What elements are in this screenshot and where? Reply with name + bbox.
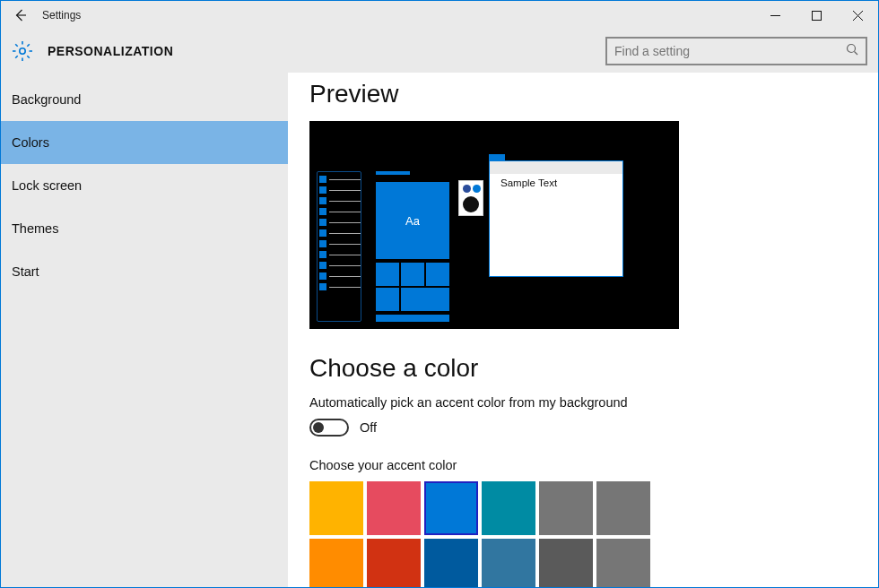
titlebar: Settings	[1, 1, 878, 30]
svg-rect-2	[812, 11, 821, 20]
preview-wallpaper-thumb	[458, 180, 483, 216]
window-controls	[754, 1, 878, 30]
svg-line-11	[27, 56, 30, 58]
preview-sample-window: Sample Text	[489, 160, 623, 277]
gear-icon[interactable]	[12, 40, 33, 62]
search-input[interactable]	[614, 44, 846, 58]
svg-point-14	[848, 45, 856, 53]
preview-tiles: Aa	[376, 171, 449, 322]
header: PERSONALIZATION	[1, 30, 878, 73]
auto-pick-toggle[interactable]	[309, 419, 349, 437]
accent-swatch[interactable]	[424, 481, 478, 535]
close-icon	[853, 11, 863, 21]
sidebar-item-themes[interactable]: Themes	[1, 207, 288, 250]
accent-swatch[interactable]	[539, 481, 593, 535]
accent-swatch[interactable]	[596, 539, 650, 587]
preview-box: Aa Sample Text	[309, 121, 679, 329]
search-icon	[846, 43, 858, 59]
sidebar-item-colors[interactable]: Colors	[1, 121, 288, 164]
auto-pick-label: Automatically pick an accent color from …	[309, 395, 857, 410]
auto-pick-state: Off	[360, 420, 377, 435]
accent-swatch[interactable]	[309, 539, 363, 587]
body: Background Colors Lock screen Themes Sta…	[1, 73, 878, 587]
svg-line-12	[27, 44, 30, 47]
content-pane[interactable]: Preview Aa	[288, 73, 878, 587]
minimize-icon	[770, 11, 780, 21]
arrow-left-icon	[13, 7, 29, 23]
svg-point-5	[20, 48, 25, 54]
accent-color-swatches	[309, 481, 668, 587]
maximize-icon	[812, 11, 822, 21]
page-title: PERSONALIZATION	[48, 44, 173, 58]
sidebar: Background Colors Lock screen Themes Sta…	[1, 73, 288, 587]
sidebar-item-background[interactable]: Background	[1, 78, 288, 121]
accent-swatch[interactable]	[367, 481, 421, 535]
window-title: Settings	[42, 9, 81, 22]
preview-sample-text: Sample Text	[500, 177, 557, 188]
choose-color-heading: Choose a color	[309, 354, 857, 383]
accent-swatch[interactable]	[367, 539, 421, 587]
search-box[interactable]	[605, 37, 867, 65]
accent-swatch[interactable]	[309, 481, 363, 535]
minimize-button[interactable]	[754, 1, 796, 30]
sidebar-item-label: Background	[12, 92, 81, 107]
accent-swatch[interactable]	[482, 481, 535, 535]
settings-window: Settings PERSONALIZATION Background Colo…	[0, 0, 879, 588]
maximize-button[interactable]	[796, 1, 837, 30]
accent-color-label: Choose your accent color	[309, 458, 857, 472]
auto-pick-toggle-row: Off	[309, 419, 857, 437]
sidebar-item-start[interactable]: Start	[1, 250, 288, 293]
preview-heading: Preview	[309, 80, 857, 108]
svg-line-13	[15, 56, 18, 58]
accent-swatch[interactable]	[539, 539, 593, 587]
sidebar-item-label: Themes	[12, 221, 58, 236]
preview-tile-text: Aa	[376, 182, 449, 259]
accent-swatch[interactable]	[482, 539, 535, 587]
svg-line-10	[15, 44, 18, 47]
sidebar-item-label: Start	[12, 264, 39, 279]
close-button[interactable]	[837, 1, 878, 30]
sidebar-item-label: Lock screen	[12, 178, 82, 193]
sidebar-item-label: Colors	[12, 135, 49, 150]
preview-taskbar	[317, 171, 361, 322]
back-button[interactable]	[1, 1, 40, 30]
accent-swatch[interactable]	[424, 539, 478, 587]
svg-line-15	[855, 52, 858, 56]
accent-swatch[interactable]	[596, 481, 650, 535]
sidebar-item-lock-screen[interactable]: Lock screen	[1, 164, 288, 207]
